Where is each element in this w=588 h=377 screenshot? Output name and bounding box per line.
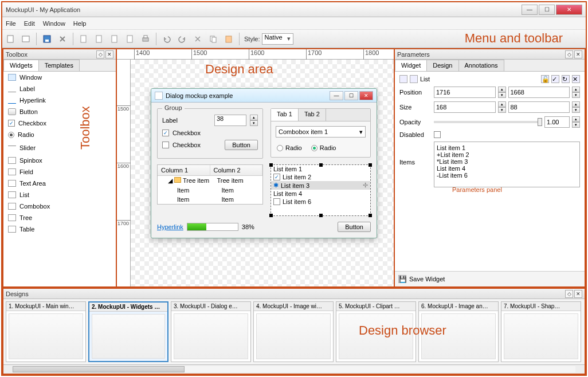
opacity-value[interactable]: 1.00 — [544, 116, 570, 128]
checkbox-checked[interactable] — [162, 129, 169, 136]
list-item: Text Area — [3, 178, 116, 189]
tab-widgets[interactable]: Widgets — [3, 60, 39, 71]
disabled-checkbox[interactable] — [434, 131, 441, 138]
opacity-slider[interactable] — [434, 121, 542, 123]
redo-icon[interactable] — [175, 32, 189, 46]
menu-file[interactable]: File — [6, 20, 16, 27]
tab-annotations[interactable]: Annotations — [458, 60, 504, 71]
tab-1[interactable]: Tab 1 — [271, 109, 299, 121]
mockup-dialog[interactable]: Dialog mockup example — ☐ ✕ Group Label — [151, 88, 377, 238]
toolbox-dock-icon[interactable]: ◇ — [96, 50, 104, 58]
window-title: MockupUI - My Application — [6, 6, 520, 13]
designs-close-icon[interactable]: ✕ — [574, 290, 582, 298]
lock-icon[interactable]: 🔓 — [541, 75, 549, 83]
radio-selected[interactable] — [311, 145, 317, 151]
group-button[interactable]: Button — [225, 140, 258, 150]
design-thumb[interactable]: 6. MockupUI - Image an… — [418, 301, 499, 362]
svg-rect-9 — [144, 36, 147, 38]
parameters-tabs: Widget Design Annotations — [395, 60, 585, 72]
checkbox-unchecked[interactable] — [162, 142, 169, 148]
list-item: List — [3, 189, 116, 201]
doc3-icon[interactable] — [108, 32, 121, 46]
list-item: Slider — [3, 140, 116, 155]
design-thumb[interactable]: 3. MockupUI - Dialog e… — [171, 301, 251, 362]
designs-dock-icon[interactable]: ◇ — [565, 290, 573, 298]
delete-param-icon[interactable]: ✕ — [572, 75, 580, 83]
design-thumb[interactable]: 5. MockupUI - Clipart … — [336, 301, 416, 362]
doc4-icon[interactable] — [123, 32, 137, 46]
list-item: Button — [3, 106, 116, 117]
dialog-close-icon[interactable]: ✕ — [359, 91, 373, 100]
design-thumb[interactable]: 1. MockupUI - Main win… — [6, 301, 86, 362]
new-icon[interactable] — [3, 32, 17, 46]
save-icon[interactable] — [40, 32, 54, 46]
dialog-titlebar[interactable]: Dialog mockup example — ☐ ✕ — [151, 89, 377, 103]
params-dock-icon[interactable]: ◇ — [565, 50, 573, 58]
items-textarea[interactable]: List item 1 +List item 2 *List item 3 Li… — [434, 142, 580, 187]
toolbox-list[interactable]: Window Label Hyperlink Button Checkbox R… — [3, 72, 116, 286]
main-area: Toolbox ◇ ✕ Widgets Templates Window Lab… — [2, 48, 586, 289]
toolbox-close-icon[interactable]: ✕ — [105, 50, 113, 58]
pos-x-field[interactable]: 1716 — [434, 87, 496, 98]
undo-icon[interactable] — [160, 32, 174, 46]
label-value-field[interactable]: 38 — [214, 115, 246, 126]
design-thumb[interactable]: 4. MockupUI - Image wi… — [253, 301, 334, 362]
size-w-field[interactable]: 168 — [434, 101, 496, 113]
params-close-icon[interactable]: ✕ — [574, 50, 582, 58]
dialog-maximize-icon[interactable]: ☐ — [344, 91, 358, 100]
list-item: Field — [3, 166, 116, 178]
svg-rect-1 — [22, 36, 29, 42]
list-widget-selected[interactable]: List item 1 List item 2 ✱List item 3✢ Li… — [271, 164, 371, 216]
save-widget-label[interactable]: Save Widget — [409, 276, 445, 282]
list-item: Radio — [3, 129, 116, 140]
paste-icon[interactable] — [222, 32, 236, 46]
canvas[interactable]: Design area Dialog mockup example — ☐ ✕ … — [131, 60, 394, 286]
doc2-icon[interactable] — [92, 32, 106, 46]
svg-rect-11 — [212, 37, 216, 42]
refresh-icon[interactable]: ↻ — [562, 75, 570, 83]
list-item: Hyperlink — [3, 95, 116, 106]
print-icon[interactable] — [139, 32, 152, 46]
tab-2[interactable]: Tab 2 — [299, 109, 326, 121]
menu-window[interactable]: Window — [43, 20, 65, 27]
hyperlink[interactable]: Hyperlink — [157, 223, 183, 230]
check-icon[interactable]: ✓ — [551, 75, 559, 83]
minimize-button[interactable]: — — [522, 5, 538, 15]
delete-icon[interactable] — [56, 32, 69, 46]
collapse-icon[interactable] — [399, 75, 407, 83]
close-button[interactable]: ✕ — [556, 5, 582, 15]
menu-edit[interactable]: Edit — [24, 20, 35, 27]
param-widget-name: List — [420, 76, 430, 83]
designs-scrollbar[interactable] — [3, 364, 585, 374]
dialog-minimize-icon[interactable]: — — [330, 91, 343, 100]
svg-rect-12 — [226, 36, 232, 42]
list-item: Label — [3, 83, 116, 95]
maximize-button[interactable]: ☐ — [539, 5, 555, 15]
save-widget-icon[interactable]: 💾 — [398, 275, 406, 283]
copy-icon[interactable] — [206, 32, 220, 46]
radio-unselected[interactable] — [277, 145, 283, 151]
design-thumb-selected[interactable]: 2. MockupUI - Widgets … — [88, 301, 168, 362]
field-label: Label — [162, 117, 178, 124]
design-thumb[interactable]: 7. MockupUI - Shap… — [501, 301, 581, 362]
combobox[interactable]: Combobox item 1▾ — [276, 126, 366, 138]
tab-design[interactable]: Design — [426, 60, 458, 71]
pos-y-field[interactable]: 1668 — [508, 87, 570, 98]
toolbox-tabs: Widgets Templates — [3, 60, 116, 72]
parameters-panel: Parameters ◇ ✕ Widget Design Annotations… — [394, 48, 586, 288]
svg-rect-0 — [7, 36, 13, 42]
list-item: Table — [3, 223, 116, 235]
cut-icon[interactable] — [191, 32, 205, 46]
open-icon[interactable] — [19, 32, 33, 46]
svg-rect-7 — [127, 36, 132, 42]
size-h-field[interactable]: 88 — [508, 101, 570, 113]
doc1-icon[interactable] — [77, 32, 91, 46]
svg-rect-8 — [143, 38, 148, 41]
style-select[interactable]: Native — [262, 33, 293, 45]
tab-widget[interactable]: Widget — [395, 60, 427, 71]
menu-help[interactable]: Help — [73, 20, 87, 27]
tab-templates[interactable]: Templates — [38, 60, 80, 71]
spinbox-controls[interactable]: ▴▾ — [250, 115, 258, 126]
dialog-button[interactable]: Button — [338, 222, 371, 232]
tree-table[interactable]: Column 1Column 2 ◢ Tree itemTree item It… — [157, 164, 263, 205]
